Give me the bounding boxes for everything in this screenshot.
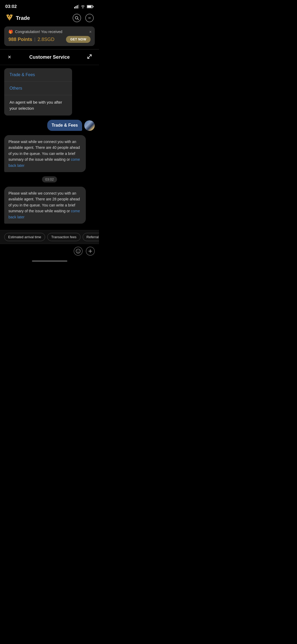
svg-point-11 bbox=[88, 18, 89, 18]
battery-icon bbox=[87, 5, 94, 8]
brand-icon bbox=[5, 14, 14, 22]
cs-header: × Customer Service bbox=[0, 49, 99, 65]
svg-rect-3 bbox=[78, 5, 79, 8]
quick-reply-referral-offer[interactable]: Referral offer bbox=[83, 233, 99, 241]
svg-rect-1 bbox=[76, 6, 76, 8]
user-message-bubble: Trade & Fees bbox=[47, 120, 82, 131]
chat-button[interactable] bbox=[85, 14, 94, 22]
option-agent-note: An agent will be with you after your sel… bbox=[4, 95, 72, 116]
system-message-bubble-1: Please wait while we connect you with an… bbox=[4, 135, 86, 172]
svg-rect-6 bbox=[87, 6, 92, 8]
top-nav: Trade bbox=[0, 12, 99, 25]
wifi-icon bbox=[81, 5, 85, 8]
notification-text: Congratulation! You received bbox=[15, 30, 62, 34]
quick-replies-bar: Estimated arrival time Transaction fees … bbox=[0, 230, 99, 244]
status-time: 03:02 bbox=[5, 4, 17, 9]
quick-reply-transaction-fees[interactable]: Transaction fees bbox=[47, 233, 81, 241]
svg-point-16 bbox=[76, 249, 80, 253]
svg-line-15 bbox=[88, 57, 89, 58]
cs-close-button[interactable]: × bbox=[5, 54, 14, 61]
smiley-icon bbox=[76, 249, 81, 254]
plus-icon bbox=[88, 249, 93, 254]
sgd-value: 2.8SGD bbox=[37, 37, 54, 42]
notification-icon: 🎁 bbox=[8, 30, 13, 34]
system-message-bubble-2: Please wait while we connect you with an… bbox=[4, 187, 86, 224]
customer-service-panel: × Customer Service Trade & Fees Others A… bbox=[0, 49, 99, 258]
chat-timestamp: 03:02 bbox=[4, 176, 95, 182]
svg-rect-0 bbox=[74, 7, 75, 8]
notification-header: 🎁 Congratulation! You received bbox=[8, 30, 91, 34]
notification-close-button[interactable]: × bbox=[89, 30, 92, 34]
search-icon bbox=[75, 16, 79, 20]
cs-expand-button[interactable] bbox=[85, 54, 94, 61]
option-trade-fees[interactable]: Trade & Fees bbox=[4, 68, 72, 82]
status-icons bbox=[74, 5, 94, 8]
notification-reward: 988 Points | 2.8SGD bbox=[8, 37, 54, 42]
chat-area: Trade & Fees Others An agent will be wit… bbox=[0, 65, 99, 230]
svg-line-14 bbox=[89, 55, 91, 57]
search-button[interactable] bbox=[73, 14, 81, 22]
user-avatar-image bbox=[84, 120, 95, 131]
svg-point-18 bbox=[79, 250, 79, 251]
notification-body: 988 Points | 2.8SGD GET NOW bbox=[8, 36, 91, 43]
home-indicator bbox=[0, 258, 99, 263]
get-now-button[interactable]: GET NOW bbox=[66, 36, 91, 43]
svg-point-17 bbox=[77, 250, 78, 251]
system-message-row-1: Please wait while we connect you with an… bbox=[4, 135, 95, 172]
system-message-text-1: Please wait while we connect you with an… bbox=[8, 140, 80, 162]
brand-title: Trade bbox=[16, 15, 30, 21]
svg-line-10 bbox=[78, 19, 79, 20]
chat-icon bbox=[87, 16, 92, 20]
status-bar: 03:02 bbox=[0, 0, 99, 12]
emoji-button[interactable] bbox=[74, 247, 83, 256]
option-menu: Trade & Fees Others An agent will be wit… bbox=[4, 68, 72, 116]
user-message-row: Trade & Fees bbox=[4, 120, 95, 131]
input-bar bbox=[0, 244, 99, 258]
points-value: 988 Points bbox=[8, 37, 32, 42]
add-button[interactable] bbox=[86, 247, 95, 256]
option-others[interactable]: Others bbox=[4, 82, 72, 95]
quick-reply-estimated-arrival[interactable]: Estimated arrival time bbox=[4, 233, 45, 241]
nav-actions bbox=[73, 14, 94, 22]
home-bar bbox=[32, 260, 67, 262]
svg-rect-2 bbox=[77, 5, 78, 8]
expand-icon bbox=[87, 54, 92, 59]
svg-rect-5 bbox=[93, 6, 94, 7]
nav-brand: Trade bbox=[5, 14, 30, 22]
points-divider: | bbox=[34, 37, 35, 42]
system-message-text-2: Please wait while we connect you with an… bbox=[8, 191, 80, 213]
user-avatar bbox=[84, 120, 95, 131]
cs-title: Customer Service bbox=[29, 54, 70, 60]
svg-point-7 bbox=[8, 16, 9, 17]
svg-point-13 bbox=[90, 18, 91, 18]
signal-icon bbox=[74, 5, 79, 8]
timestamp-pill: 03:02 bbox=[42, 176, 57, 182]
notification-banner: 🎁 Congratulation! You received × 988 Poi… bbox=[4, 26, 95, 46]
system-message-row-2: Please wait while we connect you with an… bbox=[4, 187, 95, 224]
svg-point-12 bbox=[89, 18, 90, 18]
svg-point-8 bbox=[10, 16, 11, 17]
